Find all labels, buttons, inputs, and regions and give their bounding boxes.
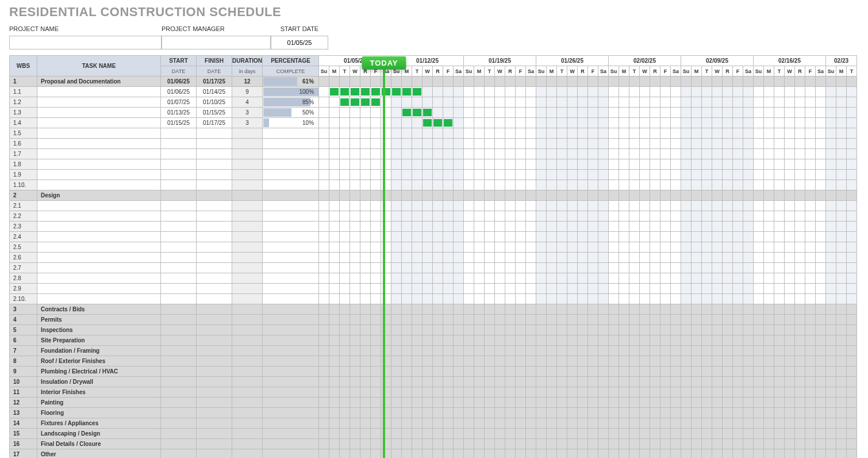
gantt-cell[interactable] — [350, 108, 360, 118]
gantt-cell[interactable] — [433, 429, 443, 439]
gantt-cell[interactable] — [795, 335, 805, 346]
gantt-cell[interactable] — [319, 97, 329, 108]
gantt-cell[interactable] — [609, 263, 619, 273]
pct-cell[interactable] — [263, 232, 319, 242]
gantt-cell[interactable] — [692, 284, 702, 294]
gantt-cell[interactable] — [329, 118, 340, 128]
duration-cell[interactable] — [232, 180, 263, 190]
gantt-cell[interactable] — [681, 377, 692, 387]
gantt-cell[interactable] — [671, 439, 681, 449]
gantt-cell[interactable] — [340, 408, 350, 418]
gantt-cell[interactable] — [650, 139, 660, 149]
gantt-cell[interactable] — [350, 211, 360, 222]
gantt-cell[interactable] — [526, 222, 536, 232]
pct-cell[interactable] — [263, 346, 319, 356]
gantt-cell[interactable] — [557, 449, 567, 459]
gantt-cell[interactable] — [350, 449, 360, 459]
gantt-cell[interactable] — [567, 367, 578, 377]
gantt-cell[interactable] — [805, 356, 816, 367]
start-cell[interactable] — [161, 429, 197, 439]
gantt-cell[interactable] — [505, 201, 516, 211]
gantt-cell[interactable] — [495, 315, 505, 325]
gantt-cell[interactable] — [360, 180, 371, 190]
gantt-cell[interactable] — [578, 335, 588, 346]
gantt-cell[interactable] — [785, 418, 795, 429]
gantt-cell[interactable] — [598, 304, 609, 315]
wbs-cell[interactable]: 2.2 — [10, 211, 37, 222]
gantt-cell[interactable] — [723, 149, 733, 159]
gantt-cell[interactable] — [619, 118, 629, 128]
gantt-cell[interactable] — [702, 222, 712, 232]
gantt-cell[interactable] — [340, 108, 350, 118]
gantt-cell[interactable] — [360, 222, 371, 232]
gantt-cell[interactable] — [743, 418, 754, 429]
gantt-cell[interactable] — [805, 211, 816, 222]
start-cell[interactable] — [161, 315, 197, 325]
gantt-cell[interactable] — [692, 273, 702, 284]
gantt-cell[interactable] — [836, 108, 847, 118]
gantt-cell[interactable] — [764, 304, 774, 315]
gantt-cell[interactable] — [805, 128, 816, 139]
gantt-cell[interactable] — [371, 418, 381, 429]
gantt-cell[interactable] — [516, 263, 526, 273]
gantt-cell[interactable] — [733, 284, 743, 294]
gantt-cell[interactable] — [495, 356, 505, 367]
gantt-cell[interactable] — [692, 159, 702, 170]
gantt-cell[interactable] — [547, 253, 557, 263]
duration-cell[interactable] — [232, 377, 263, 387]
task-cell[interactable] — [37, 232, 161, 242]
task-cell[interactable]: Site Preparation — [37, 335, 161, 346]
finish-cell[interactable] — [197, 232, 232, 242]
gantt-cell[interactable] — [319, 284, 329, 294]
gantt-cell[interactable] — [754, 429, 764, 439]
gantt-cell[interactable] — [433, 77, 443, 87]
gantt-cell[interactable] — [660, 222, 671, 232]
wbs-cell[interactable]: 2.5 — [10, 242, 37, 253]
gantt-cell[interactable] — [836, 429, 847, 439]
pct-cell[interactable] — [263, 284, 319, 294]
gantt-cell[interactable] — [423, 429, 433, 439]
gantt-cell[interactable] — [423, 408, 433, 418]
gantt-cell[interactable] — [723, 222, 733, 232]
start-cell[interactable] — [161, 253, 197, 263]
gantt-cell[interactable] — [547, 263, 557, 273]
gantt-cell[interactable] — [526, 180, 536, 190]
gantt-cell[interactable] — [681, 284, 692, 294]
finish-cell[interactable] — [197, 408, 232, 418]
gantt-cell[interactable] — [588, 439, 598, 449]
gantt-cell[interactable] — [433, 387, 443, 398]
gantt-cell[interactable] — [733, 356, 743, 367]
gantt-cell[interactable] — [391, 418, 402, 429]
gantt-cell[interactable] — [557, 180, 567, 190]
gantt-cell[interactable] — [681, 139, 692, 149]
gantt-cell[interactable] — [733, 315, 743, 325]
gantt-cell[interactable] — [495, 77, 505, 87]
gantt-cell[interactable] — [754, 294, 764, 304]
gantt-cell[interactable] — [360, 284, 371, 294]
gantt-cell[interactable] — [598, 367, 609, 377]
gantt-cell[interactable] — [733, 377, 743, 387]
finish-cell[interactable] — [197, 273, 232, 284]
gantt-cell[interactable] — [588, 190, 598, 201]
gantt-cell[interactable] — [805, 439, 816, 449]
gantt-cell[interactable] — [754, 253, 764, 263]
gantt-cell[interactable] — [567, 335, 578, 346]
gantt-cell[interactable] — [640, 118, 650, 128]
finish-cell[interactable] — [197, 377, 232, 387]
gantt-cell[interactable] — [371, 356, 381, 367]
gantt-cell[interactable] — [495, 97, 505, 108]
gantt-cell[interactable] — [433, 149, 443, 159]
finish-cell[interactable] — [197, 190, 232, 201]
wbs-cell[interactable]: 2.8 — [10, 273, 37, 284]
gantt-cell[interactable] — [495, 439, 505, 449]
gantt-cell[interactable] — [805, 97, 816, 108]
gantt-cell[interactable] — [660, 315, 671, 325]
start-cell[interactable] — [161, 170, 197, 180]
gantt-cell[interactable] — [671, 387, 681, 398]
wbs-cell[interactable]: 1 — [10, 77, 37, 87]
gantt-cell[interactable] — [536, 346, 547, 356]
gantt-cell[interactable] — [774, 284, 785, 294]
gantt-cell[interactable] — [588, 449, 598, 459]
gantt-cell[interactable] — [423, 232, 433, 242]
gantt-cell[interactable] — [598, 128, 609, 139]
